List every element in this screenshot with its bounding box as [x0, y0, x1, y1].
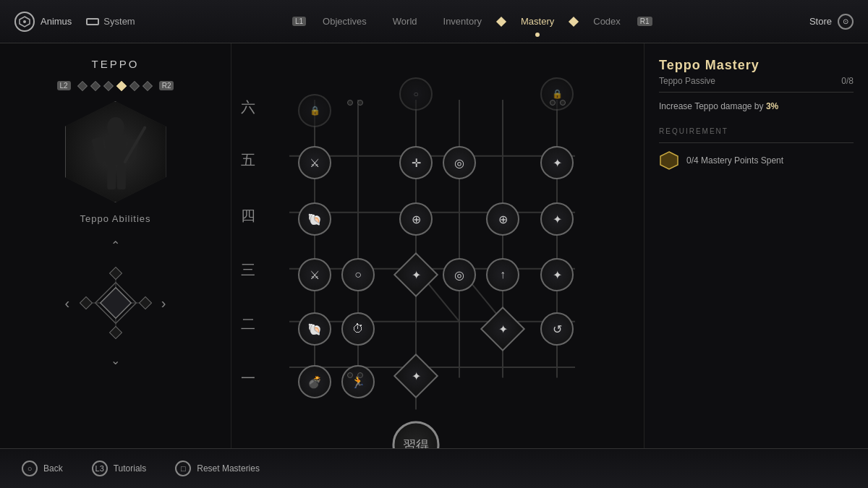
sidebar: TEPPO L2 R2 Teppo Abilities ⌃	[0, 43, 231, 448]
diamond-inner-2: ✦	[498, 322, 508, 336]
circle-icon-1: ○	[354, 268, 362, 281]
node-5-4[interactable]: ✦	[540, 146, 574, 179]
lock-icon-2: ○	[413, 89, 418, 99]
dot-1[interactable]	[77, 80, 88, 90]
circle-cross-icon: ⊕	[412, 213, 421, 226]
mini-node-3	[550, 100, 556, 106]
slash-icon: ⚔	[310, 268, 320, 282]
arrow-up-icon: ↑	[500, 268, 506, 281]
detail-subtitle-row: Teppo Passive 0/8	[659, 76, 854, 93]
mini-node-4	[560, 100, 566, 106]
back-button[interactable]: ○ Back	[22, 461, 63, 476]
svg-rect-4	[105, 136, 126, 164]
row-label-4: 四	[239, 206, 257, 226]
lock-icon-3: 🔒	[552, 89, 563, 99]
svg-marker-31	[660, 152, 678, 169]
start-node-text: 習得	[403, 436, 429, 448]
node-1-1[interactable]: 💣	[298, 365, 331, 398]
system-label: System	[103, 16, 135, 27]
scroll-up-arrow[interactable]: ⌃	[111, 239, 120, 252]
node-2-diamond[interactable]: ✦	[480, 307, 525, 351]
animus-icon	[14, 12, 35, 32]
prev-character-arrow[interactable]: ‹	[65, 295, 70, 312]
node-4-1[interactable]: 🐚	[298, 202, 331, 236]
node-3-4[interactable]: ◎	[443, 258, 476, 291]
character-silhouette	[80, 109, 151, 194]
svg-rect-7	[107, 165, 116, 189]
system-menu[interactable]: System	[86, 16, 135, 27]
tab-objectives[interactable]: Objectives	[311, 12, 378, 31]
node-6-3[interactable]: 🔒	[540, 77, 574, 111]
tutorials-label: Tutorials	[114, 463, 147, 474]
node-3-2[interactable]: ○	[341, 258, 375, 291]
sword-slash-icon: ⚔	[310, 156, 320, 170]
svg-point-3	[107, 117, 124, 137]
dot-3[interactable]	[103, 80, 114, 90]
node-3-6[interactable]: ✦	[540, 258, 574, 291]
bottom-bar: ○ Back L3 Tutorials □ Reset Masteries	[0, 448, 868, 488]
lock-icon: 🔒	[310, 106, 320, 116]
nav-right-group: Store ⊙	[809, 14, 854, 30]
skill-tree: 六 五 四 三 二 一 🔒 ○ 🔒 ⚔ ✛ ◎ ✦ 🐚	[231, 43, 644, 448]
node-2-1[interactable]: 🐚	[298, 312, 331, 346]
node-5-1[interactable]: ⚔	[298, 146, 331, 179]
node-5-3[interactable]: ◎	[443, 146, 476, 179]
mini-node-2	[357, 100, 363, 106]
node-2-2[interactable]: ⏱	[341, 312, 375, 346]
swirl-icon: ✦	[553, 268, 562, 282]
node-5-2[interactable]: ✛	[399, 146, 433, 179]
requirement-text: 0/4 Mastery Points Spent	[686, 155, 783, 166]
node-4-3[interactable]: ⊕	[486, 202, 519, 236]
skill-tree-lines	[231, 43, 644, 448]
character-portrait	[65, 101, 166, 202]
node-3-1[interactable]: ⚔	[298, 258, 331, 291]
node-4-2[interactable]: ⊕	[399, 202, 433, 236]
node-6-1[interactable]: 🔒	[298, 94, 331, 127]
scroll-down-arrow[interactable]: ⌄	[111, 354, 120, 367]
target-icon: ◎	[454, 156, 464, 170]
store-icon[interactable]: ⊙	[838, 14, 854, 30]
nav-tabs: L1 Objectives World Inventory Mastery Co…	[290, 12, 655, 31]
next-character-arrow[interactable]: ›	[161, 295, 166, 312]
l1-button[interactable]: L1	[292, 17, 306, 26]
node-1-diamond[interactable]: ✦	[393, 354, 438, 398]
reset-button[interactable]: □ Reset Masteries	[175, 461, 260, 476]
dot-2[interactable]	[90, 80, 101, 90]
reset-label: Reset Masteries	[197, 463, 260, 474]
requirement-label: REQUIREMENT	[659, 127, 854, 135]
reset-button-icon: □	[175, 461, 191, 476]
node-3-diamond[interactable]: ✦	[393, 252, 438, 297]
requirement-item: 0/4 Mastery Points Spent	[659, 150, 854, 171]
nav-left-group: Animus System	[14, 12, 135, 32]
l2-button[interactable]: L2	[57, 81, 71, 90]
start-node[interactable]: 習得	[393, 421, 440, 449]
detail-subtitle: Teppo Passive	[659, 76, 715, 86]
tab-mastery[interactable]: Mastery	[509, 12, 566, 31]
dot-5[interactable]	[129, 80, 140, 90]
shell-icon: 🐚	[307, 322, 322, 336]
row-label-3: 三	[239, 260, 257, 280]
tab-world[interactable]: World	[381, 12, 429, 31]
node-6-2[interactable]: ○	[399, 77, 433, 111]
detail-progress: 0/8	[841, 76, 854, 86]
skill-diamond-1-icon: ✦	[412, 370, 421, 382]
detail-title: Teppo Mastery	[659, 58, 854, 73]
dot-4-active[interactable]	[116, 80, 127, 90]
row-label-6: 六	[239, 98, 257, 117]
node-4-4[interactable]: ✦	[540, 202, 574, 236]
mini-node-5	[347, 372, 353, 378]
node-2-3[interactable]: ↺	[540, 312, 574, 346]
r1-button[interactable]: R1	[637, 17, 652, 26]
r2-button[interactable]: R2	[159, 81, 174, 90]
tab-inventory[interactable]: Inventory	[432, 12, 493, 31]
animus-label: Animus	[41, 16, 72, 27]
skill-tree-inner: 六 五 四 三 二 一 🔒 ○ 🔒 ⚔ ✛ ◎ ✦ 🐚	[231, 43, 644, 448]
row-label-1: 一	[239, 369, 257, 388]
clock-icon: ⏱	[352, 322, 364, 335]
node-1-2[interactable]: 🏃	[341, 365, 375, 398]
tutorials-button[interactable]: L3 Tutorials	[92, 461, 147, 476]
dot-6[interactable]	[142, 80, 153, 90]
node-3-5[interactable]: ↑	[486, 258, 519, 291]
store-label[interactable]: Store	[809, 16, 832, 27]
tab-codex[interactable]: Codex	[582, 12, 632, 31]
